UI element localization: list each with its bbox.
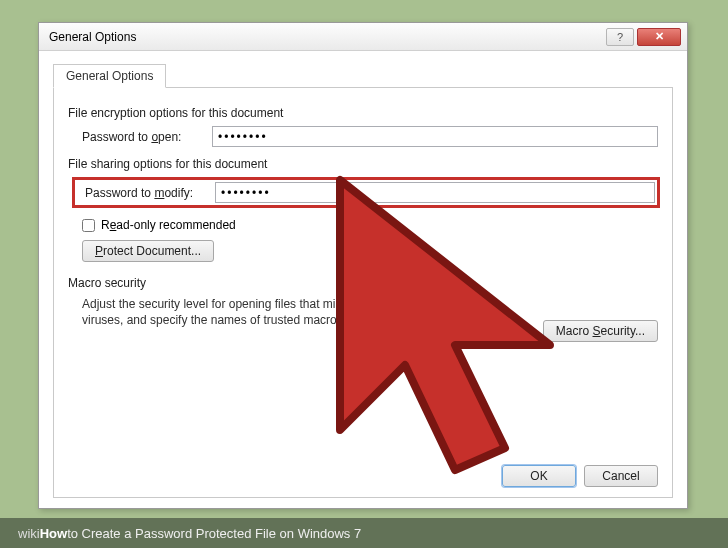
caption-how: How xyxy=(40,526,67,541)
macro-security-button[interactable]: Macro Security... xyxy=(543,320,658,342)
dialog-footer: OK Cancel xyxy=(502,465,658,487)
cancel-button[interactable]: Cancel xyxy=(584,465,658,487)
dialog-title: General Options xyxy=(49,30,136,44)
sharing-group-label: File sharing options for this document xyxy=(68,157,658,171)
macro-description: Adjust the security level for opening fi… xyxy=(82,296,462,328)
password-modify-row: Password to modify: xyxy=(72,177,660,208)
ok-button[interactable]: OK xyxy=(502,465,576,487)
password-modify-input[interactable] xyxy=(215,182,655,203)
protect-document-button[interactable]: Protect Document... xyxy=(82,240,214,262)
caption-text: to Create a Password Protected File on W… xyxy=(67,526,361,541)
macro-group-label: Macro security xyxy=(68,276,658,290)
readonly-checkbox[interactable] xyxy=(82,219,95,232)
tab-panel: File encryption options for this documen… xyxy=(53,88,673,498)
password-modify-label: Password to modify: xyxy=(85,186,215,200)
caption-wiki: wiki xyxy=(18,526,40,541)
password-open-input[interactable] xyxy=(212,126,658,147)
titlebar: General Options ? ✕ xyxy=(39,23,687,51)
caption-bar: wikiHow to Create a Password Protected F… xyxy=(0,518,728,548)
tab-strip: General Options xyxy=(53,63,673,88)
readonly-label: Read-only recommended xyxy=(101,218,236,232)
readonly-row: Read-only recommended xyxy=(82,218,658,232)
password-open-row: Password to open: xyxy=(82,126,658,147)
encryption-group-label: File encryption options for this documen… xyxy=(68,106,658,120)
close-button[interactable]: ✕ xyxy=(637,28,681,46)
help-button[interactable]: ? xyxy=(606,28,634,46)
tab-general-options[interactable]: General Options xyxy=(53,64,166,88)
general-options-dialog: General Options ? ✕ General Options File… xyxy=(38,22,688,509)
password-open-label: Password to open: xyxy=(82,130,212,144)
